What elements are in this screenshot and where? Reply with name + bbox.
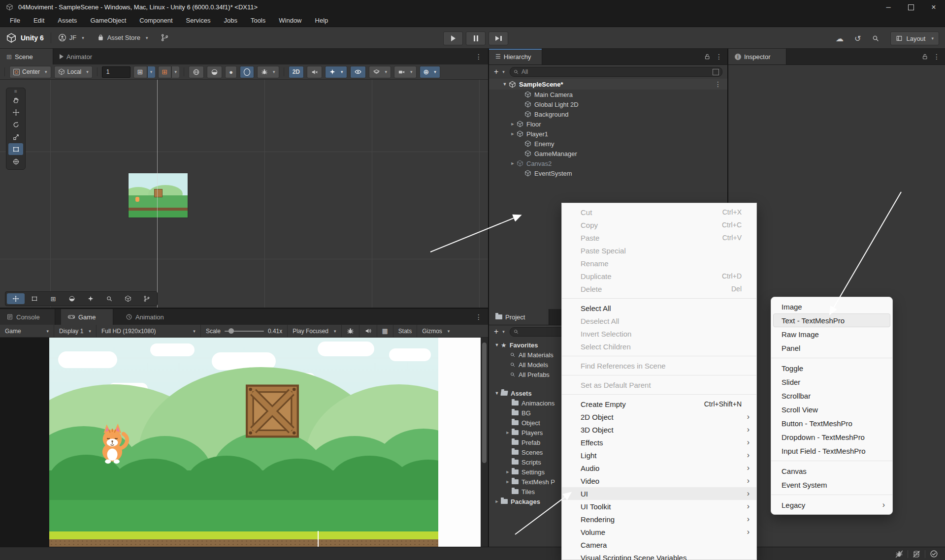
menu-item-rendering[interactable]: Rendering› — [562, 513, 756, 526]
menu-gameobject[interactable]: GameObject — [90, 17, 126, 24]
history-icon[interactable]: ↺ — [854, 34, 861, 43]
layout-dropdown[interactable]: Layout▾ — [890, 31, 939, 45]
scene-row-menu-icon[interactable]: ⋮ — [715, 80, 721, 88]
step-button[interactable] — [489, 31, 508, 45]
project-add-button[interactable]: +▾ — [494, 327, 505, 336]
menu-window[interactable]: Window — [279, 17, 301, 24]
cloud-icon[interactable]: ☁ — [836, 34, 844, 43]
menu-item-volume[interactable]: Volume› — [562, 526, 756, 538]
inspector-menu-icon[interactable]: ⋮ — [933, 53, 940, 61]
expand-arrow-icon[interactable]: ► — [509, 161, 517, 166]
tab-project[interactable]: Project — [489, 309, 549, 325]
hierarchy-item-disabled[interactable]: ►Canvas2 — [489, 158, 727, 168]
menu-item-select-all[interactable]: Select All — [562, 302, 756, 314]
game-panel-menu-icon[interactable]: ⋮ — [475, 313, 482, 321]
submenu-item-dropdown-textmeshpro[interactable]: Dropdown - TextMeshPro — [773, 430, 890, 444]
menu-item-create-empty[interactable]: Create EmptyCtrl+Shift+N — [562, 398, 756, 410]
scrollbar-thumb[interactable] — [482, 342, 487, 463]
hierarchy-item[interactable]: Background — [489, 109, 727, 119]
hierarchy-item[interactable]: ►Floor — [489, 119, 727, 129]
menu-item-2d-object[interactable]: 2D Object› — [562, 410, 756, 423]
tab-scene[interactable]: ⊞ Scene — [0, 49, 53, 64]
menu-item-light[interactable]: Light› — [562, 449, 756, 462]
menu-item-video[interactable]: Video› — [562, 474, 756, 487]
expand-arrow-icon[interactable]: ► — [509, 131, 517, 136]
hierarchy-item[interactable]: Global Light 2D — [489, 99, 727, 109]
tab-animator[interactable]: Animator — [53, 49, 98, 64]
overlay-search-button[interactable] — [100, 293, 118, 304]
hierarchy-item[interactable]: GameManager — [489, 149, 727, 158]
view-tool-button[interactable] — [8, 94, 23, 106]
menu-item-effects[interactable]: Effects› — [562, 436, 756, 449]
menu-file[interactable]: File — [10, 17, 20, 24]
submenu-item-legacy[interactable]: Legacy› — [773, 498, 890, 512]
menu-tools[interactable]: Tools — [251, 17, 265, 24]
submenu-item-raw-image[interactable]: Raw Image — [773, 327, 890, 341]
search-icon[interactable] — [872, 34, 880, 42]
input-grid-toggle[interactable]: ▦ — [377, 325, 393, 337]
pivot-dropdown[interactable]: Center▾ — [9, 66, 51, 78]
increment-snap-split-button[interactable]: ⊞ ▾ — [158, 66, 180, 78]
submenu-item-scrollbar[interactable]: Scrollbar — [773, 389, 890, 403]
menu-edit[interactable]: Edit — [33, 17, 44, 24]
game-vertical-scrollbar[interactable] — [481, 338, 488, 547]
shading-shaded-button[interactable] — [240, 66, 254, 78]
gizmos-dropdown[interactable]: Gizmos▾ — [417, 325, 455, 337]
menu-item-camera[interactable]: Camera — [562, 538, 756, 551]
lock-icon[interactable] — [921, 53, 928, 60]
asset-store-menu[interactable]: Asset Store▾ — [97, 34, 148, 41]
close-button[interactable]: × — [922, 0, 945, 14]
grid-snap-split-button[interactable]: ⊞ ▾ — [133, 66, 155, 78]
scene-audio-toggle[interactable] — [307, 66, 322, 78]
resolution-dropdown[interactable]: Full HD (1920x1080)▾ — [97, 325, 201, 337]
submenu-item-panel[interactable]: Panel — [773, 341, 890, 355]
hierarchy-menu-icon[interactable]: ⋮ — [716, 53, 722, 61]
layers-dropdown[interactable]: ▾ — [369, 66, 391, 78]
expand-arrow-icon[interactable]: ► — [493, 499, 501, 504]
debugger-detached-icon[interactable] — [895, 550, 903, 558]
menu-services[interactable]: Services — [186, 17, 211, 24]
menu-assets[interactable]: Assets — [58, 17, 77, 24]
game-debug-toggle[interactable] — [342, 325, 359, 337]
expand-arrow-icon[interactable]: ► — [504, 469, 512, 474]
overlay-move-button[interactable] — [7, 293, 25, 304]
shading-wireframe-button[interactable] — [189, 66, 204, 78]
menu-item-ui-toolkit[interactable]: UI Toolkit› — [562, 500, 756, 513]
scene-viewport[interactable]: ≡ ⊞ — [0, 80, 488, 308]
menu-item-visual-scripting[interactable]: Visual Scripting Scene Variables — [562, 551, 756, 560]
overlay-joint-button[interactable] — [138, 293, 156, 304]
menu-help[interactable]: Help — [315, 17, 328, 24]
hierarchy-scene-row[interactable]: ▼ SampleScene* ⋮ — [489, 79, 727, 90]
submenu-item-image[interactable]: Image — [773, 300, 890, 313]
pause-button[interactable] — [466, 31, 486, 45]
cache-server-disabled-icon[interactable] — [912, 550, 920, 558]
overlay-paint-button[interactable] — [82, 293, 99, 304]
transform-tool-button[interactable] — [8, 156, 23, 167]
game-target-dropdown[interactable]: Game▾ — [0, 325, 54, 337]
submenu-item-slider[interactable]: Slider — [773, 375, 890, 389]
tab-console[interactable]: Console — [0, 309, 55, 325]
submenu-item-button-textmeshpro[interactable]: Button - TextMeshPro — [773, 416, 890, 430]
tab-game[interactable]: Game — [61, 309, 113, 325]
scene-panel-menu-icon[interactable]: ⋮ — [475, 53, 482, 61]
grid-size-field[interactable]: 1 — [102, 66, 130, 78]
tab-hierarchy[interactable]: ☰ Hierarchy — [489, 49, 542, 64]
submenu-item-input-field-textmeshpro[interactable]: Input Field - TextMeshPro — [773, 444, 890, 458]
scene-camera-dropdown[interactable]: ▾ — [394, 66, 417, 78]
scale-slider[interactable] — [225, 331, 264, 332]
search-window-icon[interactable] — [713, 69, 719, 75]
menu-item-ui[interactable]: UI› — [562, 487, 756, 500]
menu-item-3d-object[interactable]: 3D Object› — [562, 423, 756, 436]
account-menu[interactable]: JF▾ — [58, 33, 84, 42]
menu-jobs[interactable]: Jobs — [224, 17, 237, 24]
debug-draw-dropdown[interactable]: ▾ — [257, 66, 279, 78]
game-viewport[interactable] — [0, 338, 488, 547]
version-control-icon[interactable] — [161, 33, 169, 42]
expand-arrow-icon[interactable]: ► — [509, 122, 517, 126]
hierarchy-add-button[interactable]: +▾ — [494, 67, 505, 76]
submenu-item-event-system[interactable]: Event System — [773, 478, 890, 492]
move-tool-button[interactable] — [8, 106, 23, 118]
hierarchy-item[interactable]: Enemy — [489, 139, 727, 149]
lock-icon[interactable] — [704, 53, 711, 60]
tab-animation[interactable]: Animation — [119, 309, 170, 325]
